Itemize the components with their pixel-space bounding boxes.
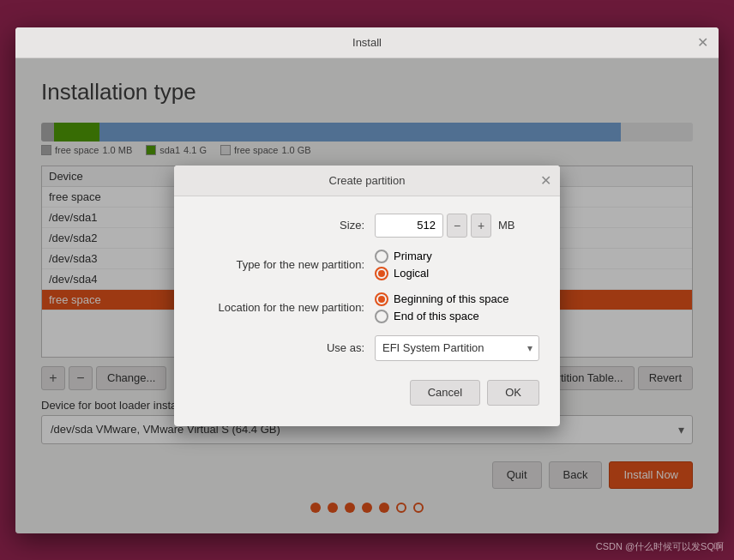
use-as-label: Use as: (195, 341, 375, 354)
modal-title: Create partition (329, 174, 406, 187)
modal-overlay: Create partition ✕ Size: − + MB (15, 58, 719, 533)
modal-close-button[interactable]: ✕ (540, 172, 551, 189)
location-beginning-radio-inner (378, 296, 385, 303)
main-window: Install ✕ Installation type free space 1… (15, 27, 719, 533)
location-row: Location for the new partition: Beginnin… (195, 292, 539, 323)
size-decrease-button[interactable]: − (447, 214, 467, 238)
create-partition-modal: Create partition ✕ Size: − + MB (174, 166, 560, 426)
type-control: Primary Logical (375, 250, 539, 280)
type-logical-label: Logical (394, 267, 429, 280)
size-input[interactable] (375, 214, 443, 238)
watermark: CSDN @什么时候可以发SQ啊 (596, 540, 724, 553)
type-label: Type for the new partition: (195, 258, 375, 271)
location-end-option[interactable]: End of this space (375, 310, 508, 323)
use-as-select[interactable]: EFI System Partition ext4 swap (375, 335, 539, 361)
use-as-row: Use as: EFI System Partition ext4 swap (195, 335, 539, 361)
main-content: Installation type free space 1.0 MB (15, 58, 719, 533)
title-bar: Install ✕ (15, 27, 719, 58)
location-beginning-option[interactable]: Beginning of this space (375, 292, 508, 306)
use-as-control: EFI System Partition ext4 swap (375, 335, 539, 361)
type-primary-radio[interactable] (375, 250, 388, 263)
modal-actions: Cancel OK (195, 373, 539, 409)
location-beginning-radio[interactable] (375, 292, 388, 306)
type-primary-option[interactable]: Primary (375, 250, 432, 263)
location-end-label: End of this space (394, 310, 479, 322)
window-close-button[interactable]: ✕ (695, 34, 710, 50)
location-control: Beginning of this space End of this spac… (375, 292, 539, 323)
location-end-radio[interactable] (375, 310, 388, 323)
modal-title-bar: Create partition ✕ (174, 166, 560, 196)
modal-ok-button[interactable]: OK (487, 380, 539, 406)
modal-body: Size: − + MB Type for the new partition: (174, 196, 560, 426)
type-logical-option[interactable]: Logical (375, 267, 432, 280)
location-radio-group: Beginning of this space End of this spac… (375, 292, 508, 323)
location-label: Location for the new partition: (195, 301, 375, 314)
window-title: Install (352, 36, 382, 49)
size-label: Size: (195, 219, 375, 232)
size-unit: MB (498, 219, 515, 232)
size-control: − + MB (375, 214, 539, 238)
type-primary-label: Primary (394, 250, 432, 262)
location-beginning-label: Beginning of this space (394, 292, 508, 305)
type-logical-radio[interactable] (375, 267, 388, 280)
type-radio-group: Primary Logical (375, 250, 432, 280)
modal-cancel-button[interactable]: Cancel (410, 380, 480, 406)
size-increase-button[interactable]: + (471, 214, 491, 238)
type-logical-radio-inner (378, 270, 385, 277)
size-row: Size: − + MB (195, 214, 539, 238)
type-row: Type for the new partition: Primary (195, 250, 539, 280)
use-as-select-wrapper[interactable]: EFI System Partition ext4 swap (375, 335, 539, 361)
